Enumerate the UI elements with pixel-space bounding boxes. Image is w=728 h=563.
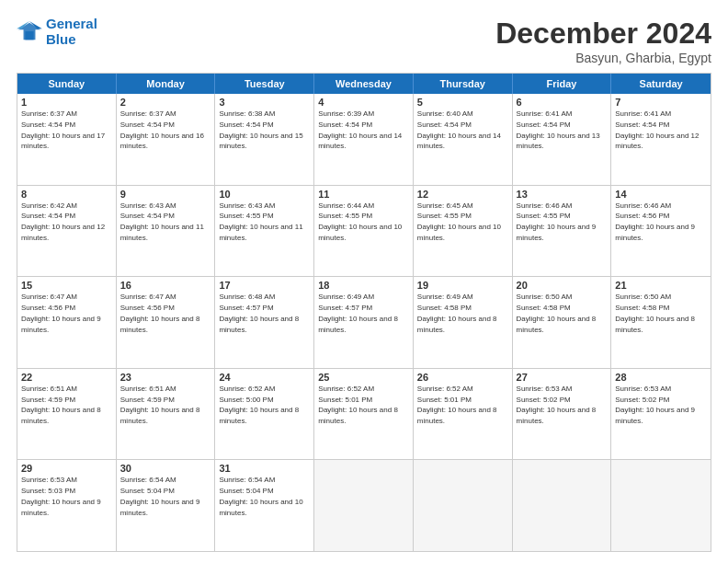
logo-icon xyxy=(17,21,42,43)
day-cell-3: 3 Sunrise: 6:38 AMSunset: 4:54 PMDayligh… xyxy=(215,94,314,185)
empty-cell xyxy=(314,460,414,551)
day-number: 6 xyxy=(517,97,608,108)
day-number: 21 xyxy=(615,280,707,291)
calendar-row-3: 22 Sunrise: 6:51 AMSunset: 4:59 PMDaylig… xyxy=(17,368,711,460)
day-info: Sunrise: 6:51 AMSunset: 4:59 PMDaylight:… xyxy=(120,385,200,425)
day-cell-14: 14 Sunrise: 6:46 AMSunset: 4:56 PMDaylig… xyxy=(611,186,711,277)
day-number: 30 xyxy=(120,463,211,474)
day-cell-23: 23 Sunrise: 6:51 AMSunset: 4:59 PMDaylig… xyxy=(117,369,216,460)
day-cell-2: 2 Sunrise: 6:37 AMSunset: 4:54 PMDayligh… xyxy=(117,94,216,185)
day-header-monday: Monday xyxy=(117,74,216,94)
day-number: 29 xyxy=(21,463,112,474)
day-cell-24: 24 Sunrise: 6:52 AMSunset: 5:00 PMDaylig… xyxy=(215,369,314,460)
day-number: 4 xyxy=(318,97,409,108)
day-cell-5: 5 Sunrise: 6:40 AMSunset: 4:54 PMDayligh… xyxy=(414,94,513,185)
day-number: 17 xyxy=(219,280,310,291)
day-info: Sunrise: 6:49 AMSunset: 4:58 PMDaylight:… xyxy=(417,293,497,333)
day-cell-9: 9 Sunrise: 6:43 AMSunset: 4:54 PMDayligh… xyxy=(117,186,216,277)
day-number: 25 xyxy=(318,372,409,383)
day-info: Sunrise: 6:39 AMSunset: 4:54 PMDaylight:… xyxy=(318,109,402,150)
day-header-saturday: Saturday xyxy=(611,74,711,94)
day-info: Sunrise: 6:50 AMSunset: 4:58 PMDaylight:… xyxy=(615,293,695,333)
day-info: Sunrise: 6:42 AMSunset: 4:54 PMDaylight:… xyxy=(21,201,105,242)
day-info: Sunrise: 6:46 AMSunset: 4:55 PMDaylight:… xyxy=(517,201,597,242)
day-cell-21: 21 Sunrise: 6:50 AMSunset: 4:58 PMDaylig… xyxy=(611,277,711,368)
day-number: 23 xyxy=(120,372,211,383)
day-cell-29: 29 Sunrise: 6:53 AMSunset: 5:03 PMDaylig… xyxy=(17,460,117,551)
day-info: Sunrise: 6:47 AMSunset: 4:56 PMDaylight:… xyxy=(21,293,101,333)
day-cell-27: 27 Sunrise: 6:53 AMSunset: 5:02 PMDaylig… xyxy=(513,369,612,460)
day-number: 3 xyxy=(219,97,310,108)
day-header-wednesday: Wednesday xyxy=(314,74,414,94)
day-cell-6: 6 Sunrise: 6:41 AMSunset: 4:54 PMDayligh… xyxy=(513,94,612,185)
day-info: Sunrise: 6:53 AMSunset: 5:02 PMDaylight:… xyxy=(517,385,597,425)
day-header-thursday: Thursday xyxy=(414,74,513,94)
day-info: Sunrise: 6:52 AMSunset: 5:00 PMDaylight:… xyxy=(219,385,299,425)
day-info: Sunrise: 6:48 AMSunset: 4:57 PMDaylight:… xyxy=(219,293,299,333)
calendar-body: 1 Sunrise: 6:37 AMSunset: 4:54 PMDayligh… xyxy=(17,94,711,551)
day-info: Sunrise: 6:53 AMSunset: 5:02 PMDaylight:… xyxy=(615,385,695,425)
day-cell-17: 17 Sunrise: 6:48 AMSunset: 4:57 PMDaylig… xyxy=(215,277,314,368)
empty-cell xyxy=(513,460,612,551)
day-info: Sunrise: 6:46 AMSunset: 4:56 PMDaylight:… xyxy=(615,201,695,242)
day-info: Sunrise: 6:40 AMSunset: 4:54 PMDaylight:… xyxy=(417,109,501,150)
day-cell-15: 15 Sunrise: 6:47 AMSunset: 4:56 PMDaylig… xyxy=(17,277,117,368)
day-info: Sunrise: 6:43 AMSunset: 4:55 PMDaylight:… xyxy=(219,201,302,242)
calendar-row-0: 1 Sunrise: 6:37 AMSunset: 4:54 PMDayligh… xyxy=(17,94,711,185)
calendar-row-4: 29 Sunrise: 6:53 AMSunset: 5:03 PMDaylig… xyxy=(17,459,711,551)
day-number: 31 xyxy=(219,463,310,474)
svg-rect-3 xyxy=(25,31,33,40)
day-number: 9 xyxy=(120,189,211,200)
logo-text: General Blue xyxy=(46,17,97,47)
day-info: Sunrise: 6:49 AMSunset: 4:57 PMDaylight:… xyxy=(318,293,398,333)
day-header-tuesday: Tuesday xyxy=(215,74,314,94)
day-number: 10 xyxy=(219,189,310,200)
day-cell-8: 8 Sunrise: 6:42 AMSunset: 4:54 PMDayligh… xyxy=(17,186,117,277)
empty-cell xyxy=(611,460,711,551)
calendar-row-2: 15 Sunrise: 6:47 AMSunset: 4:56 PMDaylig… xyxy=(17,276,711,368)
day-info: Sunrise: 6:53 AMSunset: 5:03 PMDaylight:… xyxy=(21,476,101,516)
calendar: SundayMondayTuesdayWednesdayThursdayFrid… xyxy=(17,73,711,552)
logo: General Blue xyxy=(17,17,97,47)
day-cell-31: 31 Sunrise: 6:54 AMSunset: 5:04 PMDaylig… xyxy=(215,460,314,551)
day-number: 13 xyxy=(517,189,608,200)
day-number: 26 xyxy=(417,372,508,383)
day-cell-19: 19 Sunrise: 6:49 AMSunset: 4:58 PMDaylig… xyxy=(414,277,513,368)
day-cell-18: 18 Sunrise: 6:49 AMSunset: 4:57 PMDaylig… xyxy=(314,277,414,368)
day-number: 27 xyxy=(517,372,608,383)
day-cell-26: 26 Sunrise: 6:52 AMSunset: 5:01 PMDaylig… xyxy=(414,369,513,460)
day-info: Sunrise: 6:37 AMSunset: 4:54 PMDaylight:… xyxy=(120,109,204,150)
day-info: Sunrise: 6:54 AMSunset: 5:04 PMDaylight:… xyxy=(219,476,302,516)
day-info: Sunrise: 6:43 AMSunset: 4:54 PMDaylight:… xyxy=(120,201,204,242)
day-number: 8 xyxy=(21,189,112,200)
day-cell-10: 10 Sunrise: 6:43 AMSunset: 4:55 PMDaylig… xyxy=(215,186,314,277)
calendar-header: SundayMondayTuesdayWednesdayThursdayFrid… xyxy=(17,74,711,94)
day-cell-25: 25 Sunrise: 6:52 AMSunset: 5:01 PMDaylig… xyxy=(314,369,414,460)
day-info: Sunrise: 6:45 AMSunset: 4:55 PMDaylight:… xyxy=(417,201,501,242)
day-number: 2 xyxy=(120,97,211,108)
location-subtitle: Basyun, Gharbia, Egypt xyxy=(495,51,711,65)
day-number: 5 xyxy=(417,97,508,108)
day-info: Sunrise: 6:38 AMSunset: 4:54 PMDaylight:… xyxy=(219,109,302,150)
day-cell-16: 16 Sunrise: 6:47 AMSunset: 4:56 PMDaylig… xyxy=(117,277,216,368)
day-info: Sunrise: 6:51 AMSunset: 4:59 PMDaylight:… xyxy=(21,385,101,425)
day-info: Sunrise: 6:54 AMSunset: 5:04 PMDaylight:… xyxy=(120,476,200,516)
day-info: Sunrise: 6:44 AMSunset: 4:55 PMDaylight:… xyxy=(318,201,402,242)
day-number: 1 xyxy=(21,97,112,108)
day-header-sunday: Sunday xyxy=(17,74,117,94)
day-info: Sunrise: 6:47 AMSunset: 4:56 PMDaylight:… xyxy=(120,293,200,333)
calendar-row-1: 8 Sunrise: 6:42 AMSunset: 4:54 PMDayligh… xyxy=(17,185,711,277)
day-number: 16 xyxy=(120,280,211,291)
day-number: 14 xyxy=(615,189,707,200)
day-cell-1: 1 Sunrise: 6:37 AMSunset: 4:54 PMDayligh… xyxy=(17,94,117,185)
day-cell-13: 13 Sunrise: 6:46 AMSunset: 4:55 PMDaylig… xyxy=(513,186,612,277)
day-header-friday: Friday xyxy=(513,74,612,94)
day-cell-4: 4 Sunrise: 6:39 AMSunset: 4:54 PMDayligh… xyxy=(314,94,414,185)
page: General Blue December 2024 Basyun, Gharb… xyxy=(0,0,728,563)
day-cell-20: 20 Sunrise: 6:50 AMSunset: 4:58 PMDaylig… xyxy=(513,277,612,368)
header: General Blue December 2024 Basyun, Gharb… xyxy=(17,17,711,65)
day-number: 12 xyxy=(417,189,508,200)
day-number: 22 xyxy=(21,372,112,383)
day-cell-11: 11 Sunrise: 6:44 AMSunset: 4:55 PMDaylig… xyxy=(314,186,414,277)
day-number: 11 xyxy=(318,189,409,200)
